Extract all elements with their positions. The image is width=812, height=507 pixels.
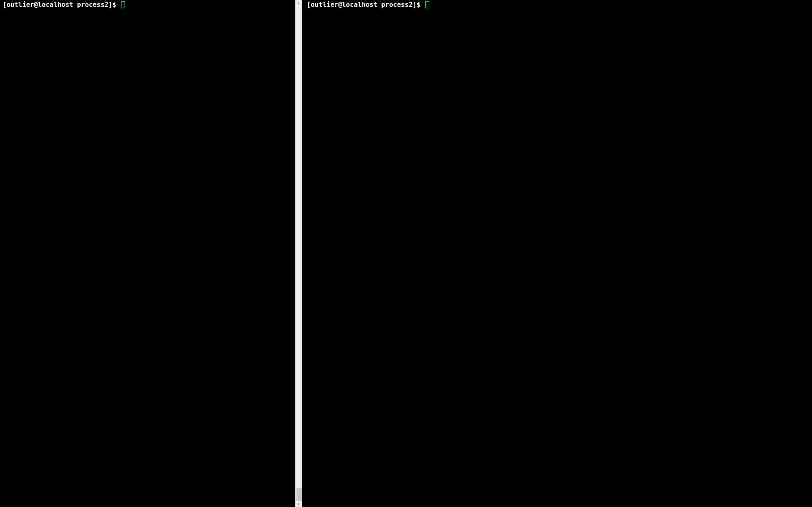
terminal-pane-left[interactable]: [outlier@localhost process2]$ xyxy=(0,0,295,507)
scrollbar-up-arrow-icon[interactable]: ▴ xyxy=(296,0,302,6)
prompt-text-left: [outlier@localhost process2]$ xyxy=(3,1,120,9)
prompt-line-right: [outlier@localhost process2]$ xyxy=(307,1,809,9)
scrollbar-thumb[interactable] xyxy=(296,488,302,501)
prompt-text-right: [outlier@localhost process2]$ xyxy=(307,1,424,9)
cursor-icon xyxy=(425,1,429,8)
scrollbar-track[interactable] xyxy=(296,6,302,501)
prompt-line-left: [outlier@localhost process2]$ xyxy=(3,1,293,9)
scrollbar-left-pane[interactable]: ▴ ▾ xyxy=(295,0,302,507)
cursor-icon xyxy=(121,1,125,8)
scrollbar-down-arrow-icon[interactable]: ▾ xyxy=(296,501,302,507)
terminal-pane-right[interactable]: [outlier@localhost process2]$ xyxy=(303,0,812,507)
